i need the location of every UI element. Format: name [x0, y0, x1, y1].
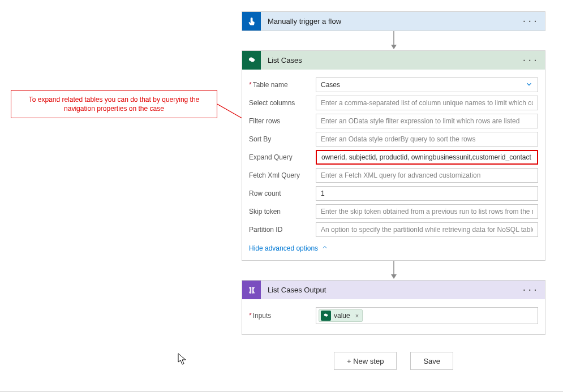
trigger-title: Manually trigger a flow: [261, 17, 521, 25]
filter-rows-input[interactable]: [316, 114, 538, 128]
table-name-label: *Table name: [249, 81, 316, 89]
chevron-up-icon: [321, 244, 328, 252]
remove-token-button[interactable]: ×: [355, 312, 359, 319]
trigger-menu-button[interactable]: · · ·: [521, 17, 539, 26]
output-title: List Cases Output: [261, 286, 521, 294]
dataverse-icon: [321, 311, 331, 321]
new-step-button[interactable]: + New step: [334, 352, 397, 370]
partition-id-label: Partition ID: [249, 226, 316, 234]
list-cases-header[interactable]: List Cases · · ·: [242, 51, 545, 70]
list-cases-menu-button[interactable]: · · ·: [521, 56, 539, 65]
output-header[interactable]: List Cases Output · · ·: [242, 281, 545, 299]
output-menu-button[interactable]: · · ·: [521, 286, 539, 295]
row-count-input[interactable]: [316, 186, 538, 201]
chevron-down-icon: [525, 80, 533, 90]
select-columns-input[interactable]: [316, 96, 538, 110]
filter-rows-label: Filter rows: [249, 117, 316, 125]
list-cases-card: List Cases · · · *Table name Cases: [242, 50, 545, 261]
save-button[interactable]: Save: [410, 352, 453, 370]
skip-token-label: Skip token: [249, 208, 316, 216]
annotation-callout: To expand related tables you can do that…: [11, 90, 217, 118]
expand-query-input[interactable]: [316, 150, 538, 165]
dataverse-icon: [242, 51, 261, 70]
hide-advanced-options-link[interactable]: Hide advanced options: [249, 240, 328, 253]
value-token[interactable]: value ×: [319, 309, 363, 322]
mouse-cursor-icon: [178, 353, 188, 365]
sort-by-input[interactable]: [316, 132, 538, 147]
skip-token-input[interactable]: [316, 204, 538, 219]
inputs-label: *Inputs: [249, 312, 316, 320]
fetch-xml-input[interactable]: [316, 168, 538, 183]
list-cases-output-card: List Cases Output · · · *Inputs value: [242, 280, 545, 335]
row-count-label: Row count: [249, 189, 316, 197]
expand-query-label: Expand Query: [249, 153, 316, 161]
flow-connector: [242, 261, 545, 280]
sort-by-label: Sort By: [249, 135, 316, 143]
data-operation-icon: [242, 281, 261, 299]
trigger-card[interactable]: Manually trigger a flow · · ·: [242, 11, 545, 31]
list-cases-title: List Cases: [261, 56, 521, 64]
table-name-select[interactable]: Cases: [316, 77, 538, 92]
inputs-field[interactable]: value ×: [316, 307, 538, 324]
select-columns-label: Select columns: [249, 99, 316, 107]
flow-connector: [242, 31, 545, 50]
fetch-xml-label: Fetch Xml Query: [249, 171, 316, 179]
partition-id-input[interactable]: [316, 222, 538, 237]
touch-icon: [242, 12, 261, 31]
